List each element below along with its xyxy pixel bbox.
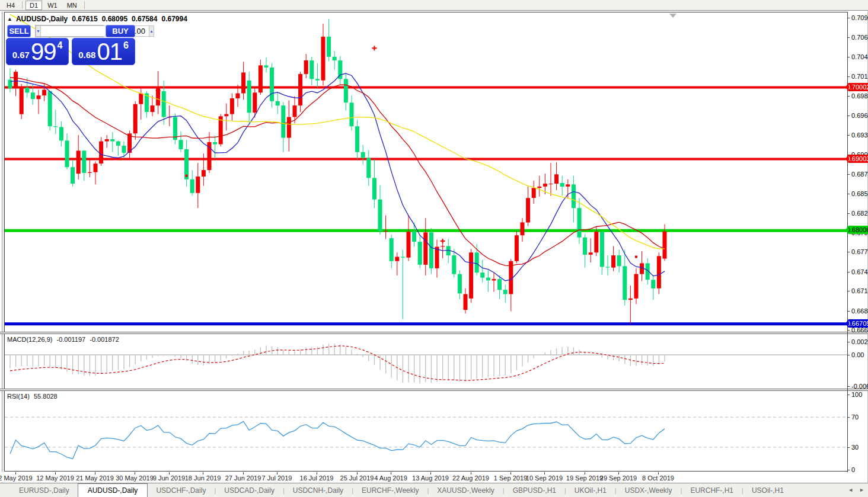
buy-price-big: 01: [97, 40, 122, 63]
sell-price-box[interactable]: 0.67 99 4: [6, 38, 69, 65]
tab-gbpusd-h1[interactable]: GBPUSD-,H1: [505, 484, 564, 497]
dot-marker: [635, 256, 637, 258]
chart-title: ▲ AUDUSD-,Daily 0.67615 0.68095 0.67584 …: [7, 15, 187, 23]
date-label: 7 Jul 2019: [262, 474, 292, 482]
ohlc-open: 0.67615: [72, 15, 97, 23]
date-label: 1 Sep 2019: [494, 474, 527, 482]
timeframe-button-w1[interactable]: W1: [43, 1, 62, 10]
macd-signal-line: [10, 346, 665, 380]
timeframe-toolbar: H4D1W1MN: [0, 0, 868, 11]
tab-usdcnh-daily[interactable]: USDCNH-,Daily: [285, 484, 352, 497]
price-tag-0.68006: 0.68006: [848, 226, 868, 234]
tab-usdx-weekly[interactable]: USDX-,Weekly: [617, 484, 681, 497]
rsi-tick: 30: [851, 444, 859, 451]
macd-label: MACD(12,26,9) -0.001197 -0.001872: [7, 336, 119, 343]
macd-value-2: -0.001872: [90, 336, 119, 343]
macd-tick: 0.002574: [851, 338, 868, 345]
date-label: 9 Jun 2019: [153, 474, 185, 482]
price-tick: 0.67155: [851, 287, 868, 294]
buy-price-box[interactable]: 0.68 01 6: [72, 38, 135, 65]
rsi-chart[interactable]: [4, 391, 847, 472]
buy-price-small: 0.68: [78, 50, 95, 60]
sell-price-big: 99: [31, 40, 56, 63]
macd-chart[interactable]: [4, 334, 847, 389]
tab-eurusd-daily[interactable]: EURUSD-,Daily: [11, 484, 78, 497]
date-label: 10 Sep 2019: [526, 474, 563, 482]
date-label: 27 Jun 2019: [225, 474, 261, 482]
price-tick: 0.70965: [851, 14, 868, 21]
cross-marker: [441, 239, 445, 243]
date-label: 25 Jul 2019: [340, 474, 374, 482]
window-left-edge: [2, 11, 4, 497]
tab-scroll-left-icon[interactable]: ◄: [848, 487, 853, 493]
macd-value-1: -0.001197: [56, 336, 85, 343]
sell-price-small: 0.67: [12, 50, 30, 60]
date-label: 18 Jun 2019: [185, 474, 221, 482]
tab-xauusd-weekly[interactable]: XAUUSD-,Weekly: [429, 484, 502, 497]
sell-button[interactable]: SELL: [7, 25, 31, 37]
tab-usdcad-daily[interactable]: USDCAD-,Daily: [216, 484, 283, 497]
ma-20: [10, 78, 665, 266]
volume-increase-button[interactable]: ▲: [149, 25, 154, 37]
rsi-tick: 100: [851, 391, 862, 398]
rsi-value: 55.8028: [34, 393, 58, 400]
date-label: 16 Jul 2019: [300, 474, 334, 482]
tab-usoil-h1[interactable]: USOil-,H1: [743, 484, 792, 497]
rsi-tick: 70: [851, 413, 859, 421]
symbol-name: AUDUSD-,Daily: [16, 15, 68, 23]
price-tag-0.69003: 0.69003: [848, 155, 868, 163]
price-tick: 0.70150: [851, 73, 868, 80]
price-tick: 0.67700: [851, 248, 868, 255]
tab-eurchf-h1[interactable]: EURCHF-,H1: [682, 484, 742, 497]
price-axis-border: [847, 12, 848, 472]
ohlc-high: 0.68095: [102, 15, 127, 23]
volume-decrease-button[interactable]: ▼: [36, 25, 41, 37]
buy-button[interactable]: BUY: [106, 25, 135, 37]
tab-usdchf-daily[interactable]: USDCHF-,Daily: [148, 484, 214, 497]
date-label: 8 Oct 2019: [642, 474, 674, 482]
price-tick: 0.66880: [851, 307, 868, 315]
price-tick: 0.70695: [851, 34, 868, 41]
rsi-label: RSI(14) 55.8028: [7, 393, 58, 400]
price-tick: 0.69605: [851, 112, 868, 119]
price-tick: 0.69330: [851, 132, 868, 139]
buy-price-sup: 6: [123, 40, 129, 51]
ma-10: [10, 73, 665, 281]
tab-eurchf-weekly[interactable]: EURCHF-,Weekly: [353, 484, 427, 497]
collapse-triangle-icon[interactable]: ▲: [7, 16, 12, 22]
timeframe-button-mn[interactable]: MN: [63, 1, 81, 10]
date-label: 2 May 2019: [0, 474, 33, 482]
date-label: 13 Aug 2019: [412, 474, 449, 482]
rsi-tick: 0: [851, 466, 855, 473]
price-tick: 0.68240: [851, 210, 868, 217]
chart-shift-marker-icon[interactable]: [669, 14, 676, 18]
dot-marker: [186, 175, 188, 177]
tab-scroll-buttons: ◄ ►: [848, 487, 864, 493]
price-tag-0.70002: 0.70002: [848, 83, 868, 91]
date-label: 21 May 2019: [76, 474, 114, 482]
tab-scroll-right-icon[interactable]: ►: [859, 487, 864, 493]
date-label: 4 Aug 2019: [374, 474, 407, 482]
rsi-line: [10, 421, 665, 458]
tab-ukoil-h1[interactable]: UKOil-,H1: [566, 484, 615, 497]
ohlc-low: 0.67584: [132, 15, 157, 23]
symbol-tab-bar: EURUSD-,DailyAUDUSD-,DailyUSDCHF-,Daily|…: [0, 483, 868, 497]
date-label: 12 May 2019: [36, 474, 74, 482]
date-axis: 2 May 2019 12 May 2019 21 May 2019 30 Ma…: [0, 472, 847, 482]
price-tick: 0.67425: [851, 268, 868, 275]
tab-audusd-daily[interactable]: AUDUSD-,Daily: [78, 483, 148, 497]
ohlc-close: 0.67994: [161, 15, 187, 23]
price-tick: 0.68785: [851, 171, 868, 178]
price-tick: 0.69875: [851, 92, 868, 100]
price-tick: 0.68515: [851, 190, 868, 197]
macd-tick: 0.00: [851, 351, 864, 358]
toolbar-separator: [84, 1, 85, 9]
timeframe-button-h4[interactable]: H4: [2, 1, 19, 10]
timeframe-button-d1[interactable]: D1: [25, 1, 42, 10]
date-label: 19 Sep 2019: [566, 474, 603, 482]
mt4-window: H4D1W1MN ▲ AUDUSD-,Daily 0.67615 0.68095…: [0, 0, 868, 497]
date-label: 29 Sep 2019: [600, 474, 637, 482]
price-tag-0.66705: 0.66705: [848, 319, 868, 328]
date-label: 30 May 2019: [116, 474, 154, 482]
price-tick: 0.70420: [851, 53, 868, 60]
